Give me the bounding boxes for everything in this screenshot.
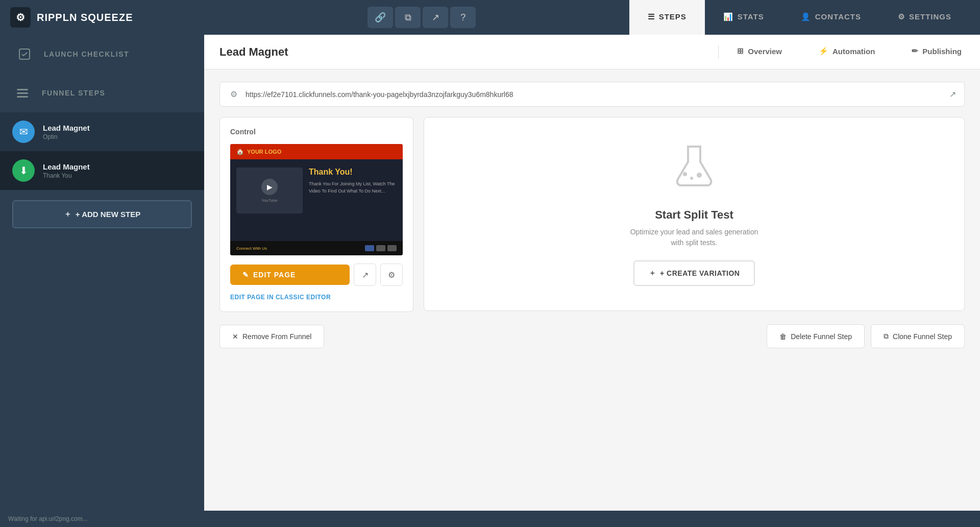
main-layout: LAUNCH CHECKLIST FUNNEL STEPS ✉ Lead Mag… — [0, 35, 980, 527]
preview-text-col: Thank You! Thank You For Joining My List… — [309, 167, 397, 233]
steps-label: STEPS — [659, 12, 687, 21]
preview-logo-text: YOUR LOGO — [247, 149, 281, 155]
classic-editor-link[interactable]: EDIT PAGE IN CLASSIC EDITOR — [230, 294, 331, 301]
control-panel: Control 🏠 YOUR LOGO ▶ YouTube — [219, 117, 413, 312]
url-bar: ⚙ https://ef2e7101.clickfunnels.com/than… — [219, 82, 965, 107]
app-logo: ⚙ RIPPLN SQUEEZE — [10, 7, 214, 28]
stats-icon: 📊 — [723, 12, 733, 21]
add-step-label: + ADD NEW STEP — [76, 210, 140, 219]
tab-steps[interactable]: ☰ STEPS — [629, 0, 705, 35]
checklist-icon — [14, 44, 35, 64]
preview-connect-text: Connect With Us — [236, 246, 267, 251]
page-gear-icon: ⚙ — [388, 270, 395, 280]
remove-from-funnel-label: Remove From Funnel — [242, 332, 311, 341]
remove-from-funnel-button[interactable]: ✕ Remove From Funnel — [219, 325, 324, 348]
remove-x-icon: ✕ — [232, 332, 238, 341]
create-variation-button[interactable]: ＋ + CREATE VARIATION — [633, 260, 755, 286]
sidebar-item-lead-magnet-thank-you[interactable]: ⬇ Lead Magnet Thank You — [0, 151, 204, 190]
tab-overview[interactable]: ⊞ Overview — [719, 35, 800, 69]
content-top-bar: Lead Magnet ⊞ Overview ⚡ Automation ✏ Pu… — [204, 35, 980, 69]
download-step-icon: ⬇ — [12, 159, 35, 182]
sidebar: LAUNCH CHECKLIST FUNNEL STEPS ✉ Lead Mag… — [0, 35, 204, 527]
content-area: Lead Magnet ⊞ Overview ⚡ Automation ✏ Pu… — [204, 35, 980, 527]
svg-point-3 — [690, 177, 693, 180]
step-sub-optin: Optin — [43, 133, 192, 140]
create-variation-plus-icon: ＋ — [649, 269, 656, 278]
email-step-icon: ✉ — [12, 121, 35, 143]
preview-page-button[interactable]: ↗ — [354, 264, 376, 286]
sidebar-item-lead-magnet-optin[interactable]: ✉ Lead Magnet Optin — [0, 112, 204, 151]
page-preview: 🏠 YOUR LOGO ▶ YouTube Thank You! — [230, 144, 403, 255]
edit-page-pencil-icon: ✎ — [242, 271, 249, 279]
step-name-optin: Lead Magnet — [43, 124, 192, 132]
page-actions: ✎ EDIT PAGE ↗ ⚙ — [230, 264, 403, 286]
publishing-pen-icon: ✏ — [912, 46, 918, 56]
preview-logo-icon: 🏠 — [236, 148, 244, 155]
status-bar: Waiting for api.url2png.com... — [0, 511, 980, 527]
tab-contacts[interactable]: 👤 CONTACTS — [782, 0, 879, 35]
preview-body: ▶ YouTube Thank You! Thank You For Joini… — [230, 159, 403, 241]
sidebar-item-launch-checklist[interactable]: LAUNCH CHECKLIST — [0, 35, 204, 74]
delete-trash-icon: 🗑 — [779, 332, 787, 341]
clone-copy-icon: ⧉ — [884, 332, 889, 341]
copy-tool-button[interactable]: ⧉ — [395, 7, 421, 28]
publishing-label: Publishing — [922, 47, 962, 56]
url-open-icon[interactable]: ↗ — [949, 89, 956, 99]
sidebar-funnel-steps-header: FUNNEL STEPS — [0, 74, 204, 112]
clone-funnel-step-button[interactable]: ⧉ Clone Funnel Step — [871, 324, 965, 348]
preview-footer-social-icons — [365, 245, 397, 251]
page-title: Lead Magnet — [204, 45, 719, 59]
status-text: Waiting for api.url2png.com... — [8, 515, 88, 522]
social-icon-2 — [376, 245, 385, 251]
steps-icon: ☰ — [648, 12, 655, 21]
link-tool-button[interactable]: 🔗 — [368, 7, 393, 28]
add-new-step-button[interactable]: ＋ + ADD NEW STEP — [12, 200, 192, 228]
add-step-plus-icon: ＋ — [64, 209, 71, 219]
preview-description-text: Thank You For Joining My List, Watch The… — [309, 181, 397, 195]
preview-video: ▶ YouTube — [236, 167, 303, 213]
overview-grid-icon: ⊞ — [737, 46, 744, 56]
page-settings-button[interactable]: ⚙ — [380, 264, 403, 286]
svg-point-4 — [697, 173, 702, 178]
settings-label: SETTINGS — [909, 12, 951, 21]
funnel-steps-icon — [12, 83, 33, 103]
top-nav: ⚙ RIPPLN SQUEEZE 🔗 ⧉ ↗ ? ☰ STEPS 📊 STATS… — [0, 0, 980, 35]
launch-checklist-label: LAUNCH CHECKLIST — [44, 50, 129, 58]
settings-icon: ⚙ — [898, 12, 905, 21]
flask-icon — [674, 142, 715, 198]
bottom-right-buttons: 🗑 Delete Funnel Step ⧉ Clone Funnel Step — [767, 324, 965, 348]
control-label: Control — [230, 128, 403, 136]
app-name: RIPPLN SQUEEZE — [37, 12, 133, 23]
preview-video-label: YouTube — [261, 198, 277, 203]
tab-settings[interactable]: ⚙ SETTINGS — [879, 0, 970, 35]
help-tool-button[interactable]: ? — [450, 7, 476, 28]
toolbar: 🔗 ⧉ ↗ ? — [214, 7, 629, 28]
social-icon-3 — [387, 245, 397, 251]
edit-page-label: EDIT PAGE — [253, 271, 296, 279]
create-variation-label: + CREATE VARIATION — [660, 269, 740, 277]
clone-funnel-step-label: Clone Funnel Step — [893, 332, 952, 341]
edit-page-button[interactable]: ✎ EDIT PAGE — [230, 265, 350, 285]
overview-label: Overview — [748, 47, 782, 56]
share-tool-button[interactable]: ↗ — [423, 7, 448, 28]
contacts-icon: 👤 — [801, 12, 811, 21]
funnel-steps-label: FUNNEL STEPS — [42, 89, 105, 97]
tab-publishing[interactable]: ✏ Publishing — [893, 35, 980, 69]
delete-funnel-step-label: Delete Funnel Step — [791, 332, 852, 341]
preview-thank-you-text: Thank You! — [309, 167, 397, 177]
split-test-title: Start Split Test — [655, 208, 733, 222]
tab-stats[interactable]: 📊 STATS — [705, 0, 782, 35]
stats-label: STATS — [738, 12, 764, 21]
preview-footer: Connect With Us — [230, 241, 403, 255]
preview-open-icon: ↗ — [362, 270, 369, 280]
tab-automation[interactable]: ⚡ Automation — [800, 35, 893, 69]
automation-lightning-icon: ⚡ — [819, 46, 828, 56]
app-gear-icon[interactable]: ⚙ — [10, 7, 31, 28]
url-settings-icon[interactable]: ⚙ — [228, 87, 239, 101]
split-test-description: Optimize your lead and sales generation … — [628, 227, 761, 248]
delete-funnel-step-button[interactable]: 🗑 Delete Funnel Step — [767, 324, 865, 348]
step-sub-thank-you: Thank You — [43, 172, 192, 179]
facebook-icon — [365, 245, 374, 251]
preview-play-icon: ▶ — [261, 179, 278, 195]
contacts-label: CONTACTS — [815, 12, 861, 21]
